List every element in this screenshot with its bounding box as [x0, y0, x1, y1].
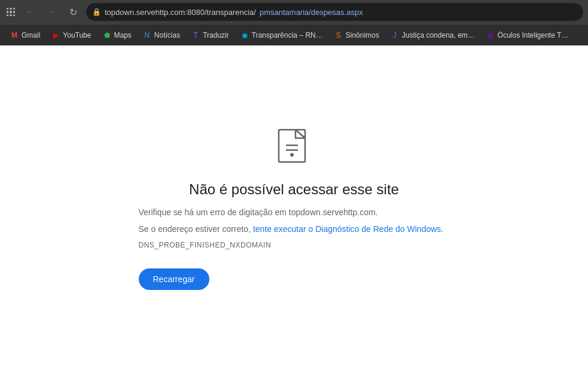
transparencia-icon: ◉: [240, 30, 249, 40]
url-normal-part: topdown.servehttp.com:8080/transparencia…: [105, 8, 256, 17]
error-subtitle: Verifique se há um erro de digitação em …: [139, 207, 450, 217]
svg-point-3: [290, 153, 294, 157]
bookmark-gmail[interactable]: M Gmail: [5, 28, 45, 42]
error-line2-suffix: .: [441, 224, 443, 234]
bookmark-oculos[interactable]: ◎ Óculos Inteligente T…: [481, 28, 574, 42]
bookmark-justica[interactable]: J Justiça condena, em…: [385, 28, 480, 42]
youtube-icon: ▶: [51, 30, 60, 40]
sinonimos-icon: S: [334, 30, 343, 40]
traduzir-icon: T: [191, 30, 200, 40]
forward-button[interactable]: →: [43, 4, 60, 20]
lock-icon: 🔒: [92, 8, 101, 16]
reload-page-button[interactable]: Recarregar: [139, 268, 209, 290]
error-document-icon: [278, 129, 311, 167]
maps-icon: ⬟: [102, 30, 112, 40]
bookmark-oculos-label: Óculos Inteligente T…: [498, 31, 569, 39]
oculos-icon: ◎: [486, 30, 495, 40]
address-bar[interactable]: 🔒 topdown.servehttp.com:8080/transparenc…: [86, 3, 583, 21]
bookmark-maps[interactable]: ⬟ Maps: [98, 28, 136, 42]
bookmark-noticias-label: Notícias: [154, 31, 180, 39]
bookmark-traduzir[interactable]: T Traduzir: [186, 28, 234, 42]
gmail-icon: M: [10, 30, 19, 40]
bookmark-sinonimos-label: Sinônimos: [346, 31, 379, 39]
bookmark-noticias[interactable]: N Notícias: [138, 28, 185, 42]
page-content: Não é possível acessar esse site Verifiq…: [0, 45, 588, 360]
bookmark-transparencia[interactable]: ◉ Transparência – RN…: [235, 28, 328, 42]
network-diagnostics-link[interactable]: tente executar o Diagnóstico de Rede do …: [253, 224, 441, 234]
bookmark-maps-label: Maps: [114, 31, 132, 39]
apps-icon[interactable]: [5, 6, 17, 18]
bookmark-youtube-label: YouTube: [63, 31, 91, 39]
bookmarks-bar: M Gmail ▶ YouTube ⬟ Maps N Notícias T Tr…: [0, 24, 588, 45]
bookmark-sinonimos[interactable]: S Sinônimos: [329, 28, 384, 42]
error-title: Não é possível acessar esse site: [189, 181, 399, 198]
nav-bar: ← → ↻ 🔒 topdown.servehttp.com:8080/trans…: [0, 0, 588, 24]
noticias-icon: N: [142, 30, 152, 40]
url-highlight-part: pmsantamaria/despesas.aspx: [260, 8, 363, 17]
bookmark-transparencia-label: Transparência – RN…: [252, 31, 323, 39]
error-code: DNS_PROBE_FINISHED_NXDOMAIN: [139, 241, 450, 249]
back-button[interactable]: ←: [22, 4, 38, 20]
error-line2: Se o endereço estiver correto, tente exe…: [139, 224, 450, 234]
reload-button[interactable]: ↻: [65, 4, 81, 20]
bookmark-gmail-label: Gmail: [22, 31, 40, 39]
browser-chrome: ← → ↻ 🔒 topdown.servehttp.com:8080/trans…: [0, 0, 588, 45]
bookmark-justica-label: Justiça condena, em…: [402, 31, 475, 39]
justica-icon: J: [390, 30, 400, 40]
error-line2-prefix: Se o endereço estiver correto,: [139, 224, 253, 234]
bookmark-traduzir-label: Traduzir: [203, 31, 229, 39]
bookmark-youtube[interactable]: ▶ YouTube: [46, 28, 96, 42]
